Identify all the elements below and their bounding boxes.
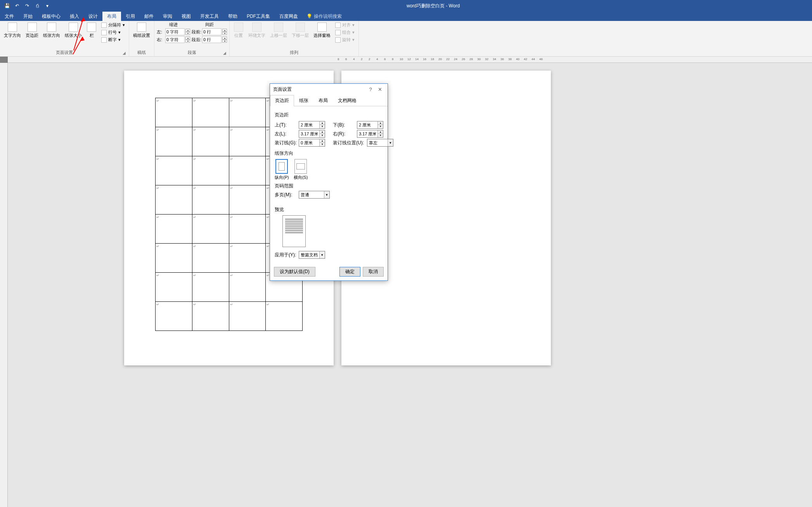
group-grid-paper: 稿纸设置 稿纸 bbox=[129, 21, 154, 56]
rotate-button: 旋转▾ bbox=[334, 36, 356, 43]
breaks-button[interactable]: 分隔符▾ bbox=[100, 22, 126, 28]
group-paragraph: 缩进 左:▴▾ 右:▴▾ 间距 段前:▴▾ 段后:▴▾ 段落 ◢ bbox=[154, 21, 230, 56]
columns-icon bbox=[87, 22, 96, 32]
spacing-before-field[interactable]: 段前:▴▾ bbox=[192, 28, 227, 35]
undo-icon[interactable]: ↶ bbox=[13, 2, 21, 10]
group-page-setup: 文字方向 页边距 纸张方向 纸张大小 栏 分隔符▾ 行号▾ 断字▾ 页面设置 ◢ bbox=[0, 21, 129, 56]
text-direction-button[interactable]: 文字方向 bbox=[2, 22, 23, 39]
position-button: 位置 bbox=[232, 22, 245, 39]
line-numbers-button[interactable]: 行号▾ bbox=[100, 29, 126, 36]
spacing-header: 间距 bbox=[192, 22, 227, 28]
breaks-icon bbox=[101, 22, 107, 28]
grid-paper-button[interactable]: 稿纸设置 bbox=[132, 22, 152, 39]
wrap-text-button: 环绕文字 bbox=[247, 22, 267, 39]
size-icon bbox=[69, 22, 78, 32]
lineno-icon bbox=[101, 30, 107, 35]
quick-access-toolbar: 💾 ↶ ↷ ⎙ ▾ bbox=[0, 2, 54, 10]
grid-paper-icon bbox=[137, 22, 146, 32]
backward-icon bbox=[296, 22, 305, 32]
paragraph-launcher[interactable]: ◢ bbox=[222, 51, 227, 55]
tab-help[interactable]: 帮助 bbox=[223, 12, 242, 21]
page-setup-launcher[interactable]: ◢ bbox=[122, 51, 126, 55]
rotate-icon bbox=[335, 37, 341, 43]
margins-button[interactable]: 页边距 bbox=[24, 22, 40, 39]
send-backward-button: 下移一层 bbox=[290, 22, 310, 39]
tab-file[interactable]: 文件 bbox=[0, 12, 19, 21]
tab-template[interactable]: 模板中心 bbox=[37, 12, 65, 21]
align-icon bbox=[335, 22, 341, 28]
orientation-button[interactable]: 纸张方向 bbox=[42, 22, 62, 39]
forward-icon bbox=[274, 22, 283, 32]
qat-dropdown-icon[interactable]: ▾ bbox=[43, 2, 51, 10]
position-icon bbox=[234, 22, 243, 32]
margins-icon bbox=[28, 22, 37, 32]
tab-view[interactable]: 视图 bbox=[177, 12, 196, 21]
indent-left-field[interactable]: 左:▴▾ bbox=[157, 28, 190, 35]
group-button: 组合▾ bbox=[334, 29, 356, 36]
hyphen-icon bbox=[101, 37, 107, 43]
hyphenation-button[interactable]: 断字▾ bbox=[100, 36, 126, 43]
tab-insert[interactable]: 插入 bbox=[65, 12, 84, 21]
tab-layout[interactable]: 布局 bbox=[102, 12, 121, 21]
bulb-icon: 💡 bbox=[306, 14, 312, 19]
group-label-pagesetup: 页面设置 ◢ bbox=[2, 49, 126, 55]
text-direction-icon bbox=[8, 22, 17, 32]
group-icon bbox=[335, 30, 341, 35]
tab-pdf[interactable]: PDF工具集 bbox=[242, 12, 275, 21]
bring-forward-button: 上移一层 bbox=[268, 22, 289, 39]
indent-header: 缩进 bbox=[157, 22, 190, 28]
selection-pane-button[interactable]: 选择窗格 bbox=[312, 22, 332, 39]
title-bar: 💾 ↶ ↷ ⎙ ▾ word巧删除空白页 - Word bbox=[0, 0, 812, 12]
save-icon[interactable]: 💾 bbox=[3, 2, 11, 10]
tab-review[interactable]: 审阅 bbox=[158, 12, 177, 21]
tab-design[interactable]: 设计 bbox=[84, 12, 102, 21]
size-button[interactable]: 纸张大小 bbox=[63, 22, 83, 39]
redo-icon[interactable]: ↷ bbox=[23, 2, 31, 10]
align-button: 对齐▾ bbox=[334, 22, 356, 28]
orientation-icon bbox=[47, 22, 56, 32]
group-label-grid: 稿纸 bbox=[132, 49, 152, 55]
spacing-after-field[interactable]: 段后:▴▾ bbox=[192, 36, 227, 43]
tab-references[interactable]: 引用 bbox=[121, 12, 140, 21]
ribbon-tabs: 文件 开始 模板中心 插入 设计 布局 引用 邮件 审阅 视图 开发工具 帮助 … bbox=[0, 12, 812, 21]
ribbon: 文字方向 页边距 纸张方向 纸张大小 栏 分隔符▾ 行号▾ 断字▾ 页面设置 ◢… bbox=[0, 21, 812, 57]
window-title: word巧删除空白页 - Word bbox=[54, 3, 812, 9]
tab-developer[interactable]: 开发工具 bbox=[196, 12, 223, 21]
group-label-paragraph: 段落 ◢ bbox=[157, 49, 227, 55]
selpane-icon bbox=[317, 22, 327, 32]
tab-home[interactable]: 开始 bbox=[19, 12, 37, 21]
group-label-arrange: 排列 bbox=[232, 49, 356, 55]
print-icon[interactable]: ⎙ bbox=[33, 2, 41, 10]
tab-baidu[interactable]: 百度网盘 bbox=[275, 12, 303, 21]
columns-button[interactable]: 栏 bbox=[85, 22, 98, 39]
tab-mailings[interactable]: 邮件 bbox=[140, 12, 158, 21]
group-arrange: 位置 环绕文字 上移一层 下移一层 选择窗格 对齐▾ 组合▾ 旋转▾ 排列 bbox=[230, 21, 359, 56]
wrap-icon bbox=[252, 22, 261, 32]
tell-me-search[interactable]: 💡 操作说明搜索 bbox=[303, 12, 346, 21]
indent-right-field[interactable]: 右:▴▾ bbox=[157, 36, 190, 43]
